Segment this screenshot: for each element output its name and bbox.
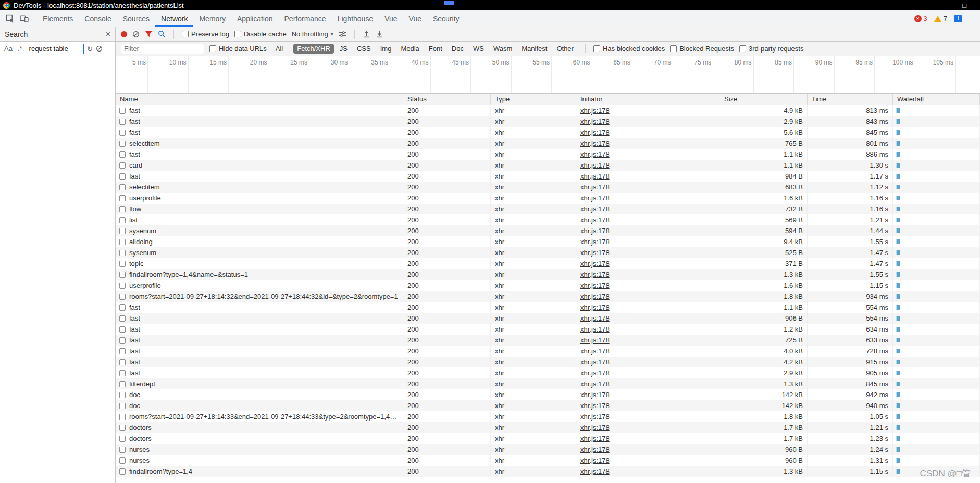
request-row[interactable]: sysenum200xhrxhr.js:178594 B1.44 s: [116, 225, 980, 236]
request-row[interactable]: doctors200xhrxhr.js:1781.7 kB1.23 s: [116, 433, 980, 444]
initiator-link[interactable]: xhr.js:178: [580, 446, 610, 453]
initiator-link[interactable]: xhr.js:178: [580, 150, 610, 158]
search-refresh-button[interactable]: ↻: [87, 45, 93, 53]
export-har-icon[interactable]: [376, 30, 383, 38]
initiator-link[interactable]: xhr.js:178: [580, 402, 610, 410]
request-row[interactable]: selectitem200xhrxhr.js:178765 B801 ms: [116, 138, 980, 149]
request-row[interactable]: rooms?start=2021-09-27+18:14:33&end=2021…: [116, 411, 980, 422]
initiator-link[interactable]: xhr.js:178: [580, 467, 610, 475]
request-row[interactable]: nurses200xhrxhr.js:178960 B1.24 s: [116, 444, 980, 455]
request-row[interactable]: fast200xhrxhr.js:1781.1 kB886 ms: [116, 149, 980, 160]
tab-sources[interactable]: Sources: [117, 10, 155, 27]
request-row[interactable]: rooms?start=2021-09-27+18:14:32&end=2021…: [116, 291, 980, 302]
tab-console[interactable]: Console: [79, 10, 117, 27]
timeline-overview[interactable]: 5 ms10 ms15 ms20 ms25 ms30 ms35 ms40 ms4…: [116, 56, 980, 94]
request-row[interactable]: sysenum200xhrxhr.js:178525 B1.47 s: [116, 247, 980, 258]
request-row[interactable]: fast200xhrxhr.js:178725 B633 ms: [116, 335, 980, 346]
tab-security[interactable]: Security: [427, 10, 465, 27]
request-row[interactable]: list200xhrxhr.js:178569 B1.21 s: [116, 214, 980, 225]
request-row[interactable]: doc200xhrxhr.js:178142 kB940 ms: [116, 400, 980, 411]
request-row[interactable]: fast200xhrxhr.js:178906 B554 ms: [116, 313, 980, 324]
request-row[interactable]: topic200xhrxhr.js:178371 B1.47 s: [116, 258, 980, 269]
filter-toggle-icon[interactable]: [145, 30, 153, 38]
request-row[interactable]: fast200xhrxhr.js:1785.6 kB845 ms: [116, 127, 980, 138]
request-row[interactable]: fast200xhrxhr.js:1781.2 kB634 ms: [116, 324, 980, 335]
filter-type-wasm[interactable]: Wasm: [490, 44, 516, 54]
tab-elements[interactable]: Elements: [37, 10, 79, 27]
throttling-select[interactable]: No throttling ▾: [292, 30, 333, 38]
initiator-link[interactable]: xhr.js:178: [580, 303, 610, 311]
search-clear-button[interactable]: [96, 45, 103, 52]
third-party-requests-checkbox[interactable]: 3rd-party requests: [739, 45, 804, 53]
request-row[interactable]: filterdept200xhrxhr.js:1781.3 kB845 ms: [116, 378, 980, 389]
initiator-link[interactable]: xhr.js:178: [580, 369, 610, 377]
request-row[interactable]: fast200xhrxhr.js:1784.2 kB915 ms: [116, 357, 980, 367]
filter-type-other[interactable]: Other: [553, 44, 577, 54]
initiator-link[interactable]: xhr.js:178: [580, 282, 610, 289]
initiator-link[interactable]: xhr.js:178: [580, 271, 610, 278]
request-row[interactable]: doc200xhrxhr.js:178142 kB942 ms: [116, 389, 980, 400]
column-header-name[interactable]: Name: [116, 94, 403, 105]
initiator-link[interactable]: xhr.js:178: [580, 194, 610, 202]
hide-data-urls-checkbox[interactable]: Hide data URLs: [209, 45, 267, 53]
request-row[interactable]: fast200xhrxhr.js:1784.0 kB728 ms: [116, 346, 980, 357]
request-row[interactable]: doctors200xhrxhr.js:1781.7 kB1.21 s: [116, 422, 980, 433]
column-header-status[interactable]: Status: [403, 94, 491, 105]
initiator-link[interactable]: xhr.js:178: [580, 325, 610, 333]
minimize-button[interactable]: –: [942, 2, 946, 9]
filter-type-doc[interactable]: Doc: [448, 44, 467, 54]
request-row[interactable]: fast200xhrxhr.js:1782.9 kB905 ms: [116, 367, 980, 378]
match-case-button[interactable]: Aa: [3, 44, 14, 53]
filter-type-css[interactable]: CSS: [353, 44, 375, 54]
clear-button[interactable]: [132, 31, 140, 38]
initiator-link[interactable]: xhr.js:178: [580, 205, 610, 213]
blocked-requests-checkbox[interactable]: Blocked Requests: [670, 45, 734, 53]
request-row[interactable]: userprofile200xhrxhr.js:1781.6 kB1.16 s: [116, 193, 980, 204]
tab-memory[interactable]: Memory: [193, 10, 231, 27]
preserve-log-checkbox[interactable]: Preserve log: [182, 30, 229, 38]
tab-performance[interactable]: Performance: [279, 10, 332, 27]
filter-type-font[interactable]: Font: [425, 44, 446, 54]
initiator-link[interactable]: xhr.js:178: [580, 172, 610, 180]
initiator-link[interactable]: xhr.js:178: [580, 107, 610, 115]
request-row[interactable]: fast200xhrxhr.js:1781.1 kB554 ms: [116, 302, 980, 313]
request-row[interactable]: flow200xhrxhr.js:178732 B1.16 s: [116, 204, 980, 214]
initiator-link[interactable]: xhr.js:178: [580, 435, 610, 442]
filter-input[interactable]: [121, 44, 204, 54]
has-blocked-cookies-checkbox[interactable]: Has blocked cookies: [593, 45, 665, 53]
network-conditions-icon[interactable]: [339, 30, 346, 38]
column-header-initiator[interactable]: Initiator: [576, 94, 720, 105]
initiator-link[interactable]: xhr.js:178: [580, 216, 610, 224]
initiator-link[interactable]: xhr.js:178: [580, 161, 610, 169]
initiator-link[interactable]: xhr.js:178: [580, 314, 610, 322]
tab-lighthouse[interactable]: Lighthouse: [332, 10, 379, 27]
initiator-link[interactable]: xhr.js:178: [580, 260, 610, 268]
initiator-link[interactable]: xhr.js:178: [580, 183, 610, 191]
tab-network[interactable]: Network: [155, 10, 193, 27]
issues-badge[interactable]: 1: [954, 15, 962, 22]
request-row[interactable]: fast200xhrxhr.js:1784.9 kB813 ms: [116, 105, 980, 116]
search-input[interactable]: [27, 44, 84, 54]
initiator-link[interactable]: xhr.js:178: [580, 347, 610, 355]
initiator-link[interactable]: xhr.js:178: [580, 118, 610, 125]
initiator-link[interactable]: xhr.js:178: [580, 129, 610, 136]
search-toggle-icon[interactable]: [158, 30, 166, 38]
initiator-link[interactable]: xhr.js:178: [580, 139, 610, 147]
request-row[interactable]: card200xhrxhr.js:1781.1 kB1.30 s: [116, 160, 980, 171]
request-row[interactable]: findallroom?type=1,4&name=&status=1200xh…: [116, 269, 980, 280]
device-toolbar-icon[interactable]: [17, 10, 31, 27]
disable-cache-checkbox[interactable]: Disable cache: [234, 30, 287, 38]
regex-button[interactable]: .*: [17, 44, 23, 53]
request-row[interactable]: nurses200xhrxhr.js:178960 B1.31 s: [116, 455, 980, 466]
initiator-link[interactable]: xhr.js:178: [580, 293, 610, 300]
error-badge[interactable]: × 3: [914, 15, 927, 22]
tab-vue[interactable]: Vue: [403, 10, 427, 27]
search-close-button[interactable]: ×: [106, 30, 110, 39]
request-row[interactable]: findallroom?type=1,4200xhrxhr.js:1781.3 …: [116, 466, 980, 477]
tab-application[interactable]: Application: [231, 10, 279, 27]
filter-type-media[interactable]: Media: [397, 44, 423, 54]
initiator-link[interactable]: xhr.js:178: [580, 227, 610, 235]
initiator-link[interactable]: xhr.js:178: [580, 238, 610, 246]
column-header-waterfall[interactable]: Waterfall: [893, 94, 980, 105]
inspect-element-icon[interactable]: [3, 10, 17, 27]
